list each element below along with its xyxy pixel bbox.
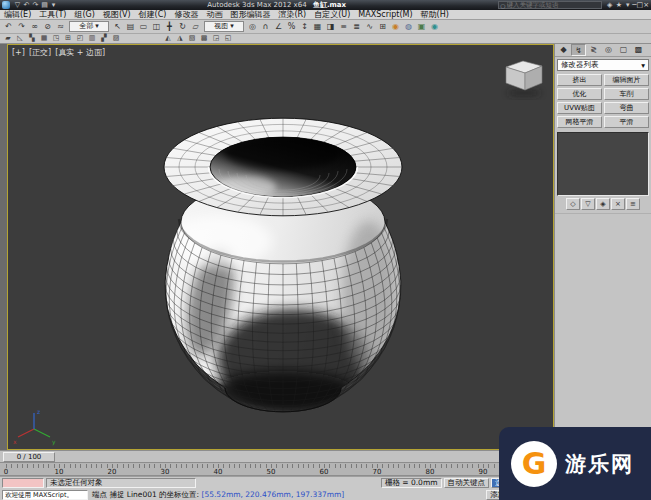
- paint-deform-icon[interactable]: ▧: [186, 34, 198, 43]
- viewport-general-menu[interactable]: [+]: [12, 48, 25, 57]
- show-end-result-icon[interactable]: ▽: [581, 198, 595, 210]
- select-and-link-icon[interactable]: ∞: [28, 21, 41, 33]
- unlink-selection-icon[interactable]: ⊘: [41, 21, 54, 33]
- tab-utilities[interactable]: ▩: [631, 44, 646, 56]
- configure-modifier-sets-icon[interactable]: ≡: [626, 198, 640, 210]
- make-unique-icon[interactable]: ◈: [596, 198, 610, 210]
- polygon-modeling-icon[interactable]: ▰: [2, 34, 14, 43]
- snap-toggle-icon[interactable]: ∩: [259, 21, 272, 33]
- select-and-move-icon[interactable]: ╋: [163, 21, 176, 33]
- menu-maxscript[interactable]: MAXScript(M): [354, 10, 416, 20]
- favorites-icon[interactable]: ★: [614, 0, 623, 10]
- angle-snap-icon[interactable]: ∠: [272, 21, 285, 33]
- visibility-tools-icon[interactable]: ▩: [198, 34, 210, 43]
- subobject-edge-icon[interactable]: ▥: [86, 34, 98, 43]
- selection-filter-dropdown[interactable]: 全部 ▾: [69, 21, 109, 32]
- object-paint-icon[interactable]: ▦: [38, 34, 50, 43]
- redo-icon[interactable]: ↷: [15, 21, 28, 33]
- menu-rendering[interactable]: 渲染(R): [274, 10, 310, 20]
- reference-coordsys-dropdown[interactable]: 视图 ▾: [204, 21, 244, 32]
- tab-modify[interactable]: ↯: [571, 44, 586, 56]
- modifier-button-1-1[interactable]: 车削: [604, 88, 649, 100]
- remove-modifier-icon[interactable]: ×: [611, 198, 625, 210]
- select-object-icon[interactable]: ↖: [111, 21, 124, 33]
- menu-customize[interactable]: 自定义(U): [310, 10, 354, 20]
- modifier-button-0-1[interactable]: 编辑面片: [604, 74, 649, 86]
- subobject-border-icon[interactable]: ▞: [98, 34, 110, 43]
- select-and-rotate-icon[interactable]: ↻: [176, 21, 189, 33]
- subobject-poly-icon[interactable]: ▨: [110, 34, 122, 43]
- menu-modifiers[interactable]: 修改器: [170, 10, 202, 20]
- properties-tools-icon[interactable]: ◱: [222, 34, 234, 43]
- modifier-button-3-1[interactable]: 平滑: [604, 116, 649, 128]
- redo-icon[interactable]: ↷: [31, 0, 40, 10]
- menu-tools[interactable]: 工具(T): [35, 10, 70, 20]
- rendered-frame-window-icon[interactable]: ▣: [415, 21, 428, 33]
- communication-center-icon[interactable]: ◈: [605, 0, 614, 10]
- layer-manager-icon[interactable]: ≣: [350, 21, 363, 33]
- curve-editor-icon[interactable]: ∿: [363, 21, 376, 33]
- search-input[interactable]: [507, 1, 597, 9]
- help-dropdown-icon[interactable]: ▾: [623, 0, 632, 10]
- grid-ribbon-icon[interactable]: ⊞: [62, 34, 74, 43]
- menu-edit[interactable]: 编辑(E): [0, 10, 35, 20]
- modifier-list-dropdown[interactable]: 修改器列表 ▾: [557, 59, 649, 71]
- select-by-name-icon[interactable]: ▤: [124, 21, 137, 33]
- edit-named-selection-icon[interactable]: ▦: [311, 21, 324, 33]
- auto-key-button[interactable]: 自动关键点: [444, 478, 490, 488]
- viewport-shading-menu[interactable]: [真实 + 边面]: [55, 48, 105, 57]
- menu-graph-editors[interactable]: 图形编辑器: [226, 10, 274, 20]
- tab-motion[interactable]: ◎: [601, 44, 616, 56]
- viewport-pov-menu[interactable]: [正交]: [29, 48, 51, 57]
- pivot-tools-icon[interactable]: ◲: [210, 34, 222, 43]
- maxscript-listener-input[interactable]: [2, 478, 44, 488]
- 3dsmax-logo-icon[interactable]: [2, 1, 10, 9]
- schematic-view-icon[interactable]: ⊞: [376, 21, 389, 33]
- modifier-stack[interactable]: [557, 132, 649, 196]
- maxscript-listener-output[interactable]: 欢迎使用 MAXScript。: [2, 490, 88, 500]
- smooth-tools-icon[interactable]: ◮: [174, 34, 186, 43]
- modifier-button-0-0[interactable]: 挤出: [557, 74, 602, 86]
- render-production-icon[interactable]: ◉: [428, 21, 441, 33]
- percent-snap-icon[interactable]: %: [285, 21, 298, 33]
- selection-ribbon-icon[interactable]: ▚: [26, 34, 38, 43]
- menu-views[interactable]: 视图(V): [99, 10, 135, 20]
- window-crossing-icon[interactable]: ◫: [150, 21, 163, 33]
- select-and-scale-icon[interactable]: ▱: [189, 21, 202, 33]
- rectangular-selection-region-icon[interactable]: ▭: [137, 21, 150, 33]
- tab-display[interactable]: ▢: [616, 44, 631, 56]
- time-slider[interactable]: 0 / 100: [0, 450, 554, 462]
- spinner-snap-icon[interactable]: ↕: [298, 21, 311, 33]
- modifier-button-3-0[interactable]: 网格平滑: [557, 116, 602, 128]
- render-setup-icon[interactable]: ◍: [402, 21, 415, 33]
- menu-help[interactable]: 帮助(H): [417, 10, 453, 20]
- populate-icon[interactable]: ◳: [50, 34, 62, 43]
- infocenter-search[interactable]: ○: [498, 1, 602, 9]
- quick-access-dropdown-icon[interactable]: ▾: [49, 0, 58, 10]
- tab-hierarchy[interactable]: ≷: [586, 44, 601, 56]
- align-icon[interactable]: ≡: [337, 21, 350, 33]
- close-button[interactable]: ×: [643, 1, 649, 9]
- time-slider-handle[interactable]: 0 / 100: [3, 452, 55, 462]
- tab-create[interactable]: ◆: [556, 44, 571, 56]
- undo-icon[interactable]: ↶: [22, 0, 31, 10]
- undo-icon[interactable]: ↶: [2, 21, 15, 33]
- ribbon-spacer[interactable]: [122, 34, 162, 43]
- modifier-button-2-1[interactable]: 弯曲: [604, 102, 649, 114]
- project-folder-icon[interactable]: ▤: [40, 0, 49, 10]
- bind-to-space-warp-icon[interactable]: ≈: [54, 21, 67, 33]
- menu-group[interactable]: 组(G): [70, 10, 98, 20]
- modifier-button-2-0[interactable]: UVW贴图: [557, 102, 602, 114]
- modifier-button-1-0[interactable]: 优化: [557, 88, 602, 100]
- mirror-icon[interactable]: ◨: [324, 21, 337, 33]
- use-pivot-center-icon[interactable]: ◎: [246, 21, 259, 33]
- viewport-canvas[interactable]: [+][正交][真实 + 边面] xyz: [7, 44, 554, 450]
- subobject-vertex-icon[interactable]: ◰: [74, 34, 86, 43]
- menu-create[interactable]: 创建(C): [135, 10, 171, 20]
- pin-stack-icon[interactable]: ◇: [566, 198, 580, 210]
- material-editor-icon[interactable]: ◉: [389, 21, 402, 33]
- save-icon[interactable]: ▽: [13, 0, 22, 10]
- menu-animation[interactable]: 动画: [202, 10, 226, 20]
- freeform-icon[interactable]: ◺: [14, 34, 26, 43]
- modeling-tools-icon[interactable]: ◭: [162, 34, 174, 43]
